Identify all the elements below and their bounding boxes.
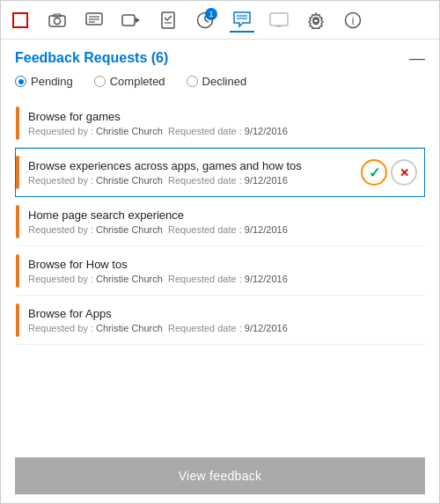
item-meta: Requested by : Christie Church Requested… <box>28 224 417 235</box>
radio-pending <box>15 76 26 87</box>
filter-row: Pending Completed Declined <box>15 75 425 88</box>
svg-marker-9 <box>136 18 140 23</box>
item-meta: Requested by : Christie Church Requested… <box>28 323 417 333</box>
clock-icon[interactable]: 1 <box>193 8 217 33</box>
filter-completed[interactable]: Completed <box>94 75 165 88</box>
header-row: Feedback Requests (6) — <box>15 50 425 66</box>
settings-icon[interactable] <box>304 8 328 33</box>
screen-icon[interactable] <box>267 8 291 33</box>
orange-bar <box>16 303 19 337</box>
video-icon[interactable] <box>119 8 143 33</box>
item-content: Browse for games Requested by : Christie… <box>28 110 417 136</box>
page-title: Feedback Requests (6) <box>15 50 168 66</box>
orange-bar <box>16 205 19 238</box>
filter-completed-label: Completed <box>110 75 165 88</box>
feedback-icon[interactable] <box>230 8 254 33</box>
filter-pending-label: Pending <box>31 75 73 88</box>
chat-icon[interactable] <box>82 8 106 33</box>
svg-rect-17 <box>270 13 288 26</box>
decline-button[interactable] <box>391 159 417 186</box>
svg-rect-8 <box>122 15 135 26</box>
feedback-item[interactable]: Browse experiences across apps, games an… <box>15 148 425 197</box>
feedback-item[interactable]: Browse for Apps Requested by : Christie … <box>15 296 425 345</box>
filter-pending[interactable]: Pending <box>15 75 73 88</box>
toolbar: 1 i <box>1 1 439 40</box>
item-content: Browse experiences across apps, games an… <box>28 159 354 186</box>
radio-completed <box>94 76 106 87</box>
main-panel: Feedback Requests (6) — Pending Complete… <box>1 40 439 504</box>
item-content: Browse for How tos Requested by : Christ… <box>28 258 417 284</box>
filter-declined[interactable]: Declined <box>187 75 247 88</box>
item-content: Home page search experience Requested by… <box>28 208 417 235</box>
view-feedback-button[interactable]: View feedback <box>15 457 425 494</box>
item-content: Browse for Apps Requested by : Christie … <box>28 307 417 333</box>
item-meta: Requested by : Christie Church Requested… <box>28 274 417 284</box>
svg-text:i: i <box>352 15 355 27</box>
feedback-item[interactable]: Home page search experience Requested by… <box>15 197 425 246</box>
stop-icon[interactable] <box>8 8 33 33</box>
item-title: Home page search experience <box>28 208 417 222</box>
info-icon[interactable]: i <box>341 8 365 33</box>
item-title: Browse for Apps <box>28 307 417 320</box>
camera-icon[interactable] <box>45 8 70 33</box>
item-actions <box>361 159 417 186</box>
feedback-item[interactable]: Browse for How tos Requested by : Christ… <box>15 246 425 296</box>
svg-point-2 <box>55 18 61 24</box>
task-icon[interactable] <box>156 8 180 33</box>
item-meta: Requested by : Christie Church Requested… <box>28 126 417 136</box>
feedback-item[interactable]: Browse for games Requested by : Christie… <box>15 99 425 148</box>
clock-badge: 1 <box>205 8 217 20</box>
radio-declined <box>187 76 198 87</box>
item-meta: Requested by : Christie Church Requested… <box>28 175 354 186</box>
approve-button[interactable] <box>361 159 387 186</box>
item-title: Browse for How tos <box>28 258 417 271</box>
item-title: Browse experiences across apps, games an… <box>28 159 354 172</box>
svg-line-14 <box>205 20 209 22</box>
orange-bar <box>16 156 19 189</box>
item-title: Browse for games <box>28 110 417 123</box>
svg-rect-0 <box>13 13 27 27</box>
minimize-button[interactable]: — <box>409 50 425 66</box>
orange-bar <box>16 254 19 288</box>
feedback-list: Browse for games Requested by : Christie… <box>15 99 425 450</box>
filter-declined-label: Declined <box>202 75 247 88</box>
orange-bar <box>16 106 19 140</box>
